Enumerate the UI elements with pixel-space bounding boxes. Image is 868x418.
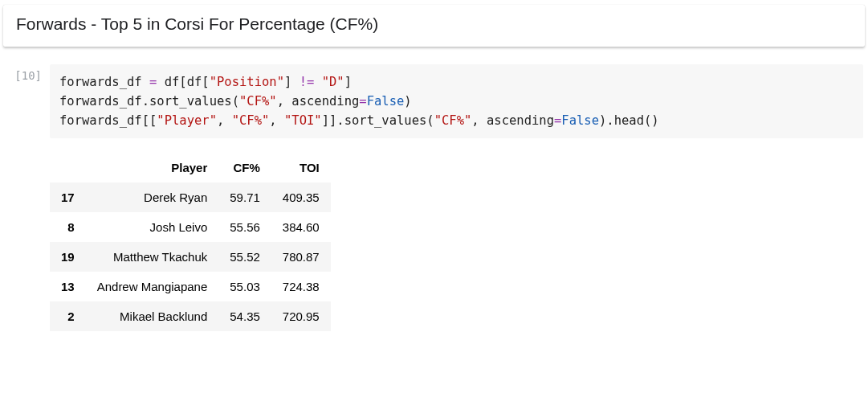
code-token: "CF%" xyxy=(239,94,277,109)
cell-player: Mikael Backlund xyxy=(86,301,219,331)
code-token: , ascending xyxy=(277,94,360,109)
code-token: , xyxy=(269,113,284,128)
row-index: 19 xyxy=(50,242,86,272)
code-token: forwards_df xyxy=(59,75,149,89)
column-header-player: Player xyxy=(86,153,219,182)
code-token: ]].sort_values( xyxy=(322,113,434,128)
title-card: Forwards - Top 5 in Corsi For Percentage… xyxy=(3,5,865,47)
code-token: forwards_df[[ xyxy=(59,113,157,128)
cell-player: Andrew Mangiapane xyxy=(86,272,219,301)
code-token: ] xyxy=(344,75,352,89)
row-index: 8 xyxy=(50,212,86,242)
cell-toi: 720.95 xyxy=(271,301,331,331)
cell-toi: 724.38 xyxy=(271,272,331,301)
code-token: = xyxy=(149,75,157,89)
code-token: "CF%" xyxy=(434,113,472,128)
table-row: 8 Josh Leivo 55.56 384.60 xyxy=(50,212,331,242)
code-block[interactable]: forwards_df = df[df["Position"] != "D"] … xyxy=(50,64,863,138)
cell-cf: 55.03 xyxy=(218,272,271,301)
cell-player: Derek Ryan xyxy=(86,182,219,212)
code-token: "D" xyxy=(322,75,344,89)
code-token: ) xyxy=(404,94,411,109)
index-header xyxy=(50,153,86,182)
cell-cf: 55.56 xyxy=(218,212,271,242)
code-token: "CF%" xyxy=(232,113,270,128)
code-token: False xyxy=(367,94,405,109)
table-row: 13 Andrew Mangiapane 55.03 724.38 xyxy=(50,272,331,301)
cell-cf: 55.52 xyxy=(218,242,271,272)
cell-player: Matthew Tkachuk xyxy=(86,242,219,272)
cell-cf: 59.71 xyxy=(218,182,271,212)
code-token: df[df[ xyxy=(157,75,209,89)
code-token: "Player" xyxy=(157,113,217,128)
code-token: ).head() xyxy=(599,113,659,128)
code-token: != xyxy=(300,75,315,89)
row-index: 2 xyxy=(50,301,86,331)
cell-toi: 780.87 xyxy=(271,242,331,272)
cell-prompt: [10] xyxy=(5,64,50,82)
column-header-toi: TOI xyxy=(271,153,331,182)
table-row: 17 Derek Ryan 59.71 409.35 xyxy=(50,182,331,212)
output-area: Player CF% TOI 17 Derek Ryan 59.71 409.3… xyxy=(0,146,868,331)
code-token: = xyxy=(359,94,366,109)
page-title: Forwards - Top 5 in Corsi For Percentage… xyxy=(16,14,852,34)
row-index: 13 xyxy=(50,272,86,301)
row-index: 17 xyxy=(50,182,86,212)
table-row: 2 Mikael Backlund 54.35 720.95 xyxy=(50,301,331,331)
code-token: "TOI" xyxy=(284,113,322,128)
code-token: , ascending xyxy=(471,113,554,128)
cell-cf: 54.35 xyxy=(218,301,271,331)
code-token: ] xyxy=(284,75,300,89)
code-cell: [10] forwards_df = df[df["Position"] != … xyxy=(0,56,868,146)
cell-toi: 409.35 xyxy=(271,182,331,212)
table-row: 19 Matthew Tkachuk 55.52 780.87 xyxy=(50,242,331,272)
code-token: False xyxy=(561,113,599,128)
table-header-row: Player CF% TOI xyxy=(50,153,331,182)
code-token: , xyxy=(217,113,232,128)
column-header-cf: CF% xyxy=(218,153,271,182)
cell-player: Josh Leivo xyxy=(86,212,219,242)
code-token: = xyxy=(554,113,561,128)
cell-toi: 384.60 xyxy=(271,212,331,242)
code-token: forwards_df.sort_values( xyxy=(59,94,239,109)
code-token: "Position" xyxy=(210,75,284,89)
dataframe-table: Player CF% TOI 17 Derek Ryan 59.71 409.3… xyxy=(50,153,331,331)
code-token xyxy=(314,75,321,89)
